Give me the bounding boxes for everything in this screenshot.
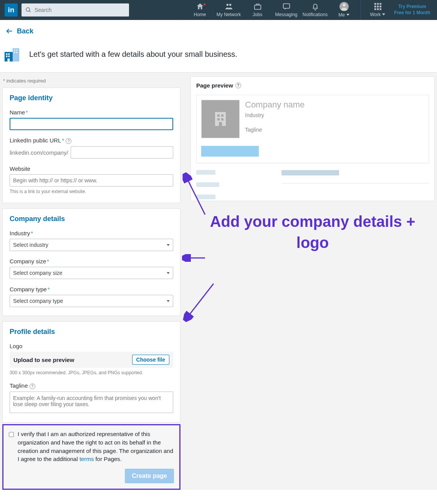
- website-label: Website: [10, 165, 173, 172]
- size-label: Company size*: [10, 258, 173, 264]
- terms-link[interactable]: terms: [79, 456, 94, 462]
- chevron-down-icon: [382, 13, 385, 15]
- url-input[interactable]: [71, 146, 173, 159]
- main-area: * indicates required Page identity Name*…: [0, 73, 437, 490]
- search-input[interactable]: [35, 7, 115, 13]
- upload-text: Upload to see preview: [13, 357, 74, 363]
- intro-heading: Let's get started with a few details abo…: [29, 50, 237, 59]
- url-prefix: linkedin.com/company/: [10, 149, 68, 156]
- search-box[interactable]: [22, 3, 129, 17]
- back-link[interactable]: Back: [0, 20, 437, 42]
- preview-tagline: Tagline: [245, 127, 305, 133]
- preview-logo-placeholder: [201, 100, 240, 138]
- company-details-heading: Company details: [10, 215, 173, 223]
- svg-point-2: [226, 3, 228, 6]
- svg-rect-29: [217, 118, 220, 121]
- preview-body: Company name Industry Tagline: [196, 95, 429, 163]
- annotation-text: Add your company details + logo: [190, 201, 435, 263]
- verify-box: I verify that I am an authorized represe…: [2, 424, 180, 490]
- home-icon: [195, 2, 205, 11]
- annotation-arrow-icon: [182, 254, 209, 262]
- svg-rect-21: [13, 48, 19, 62]
- message-icon: [282, 2, 291, 11]
- nav-work[interactable]: Work: [363, 2, 392, 18]
- annotation-arrow-icon: [183, 280, 217, 322]
- premium-link[interactable]: Try Premium Free for 1 Month: [392, 4, 432, 16]
- briefcase-icon: [253, 2, 262, 11]
- nav-me[interactable]: Me: [329, 2, 358, 18]
- choose-file-button[interactable]: Choose file: [132, 355, 169, 365]
- grid-icon: [374, 2, 382, 11]
- svg-rect-20: [8, 59, 10, 62]
- help-icon[interactable]: ?: [235, 83, 241, 88]
- nav-messaging[interactable]: Messaging: [272, 2, 301, 18]
- create-page-button[interactable]: Create page: [125, 469, 174, 483]
- type-label: Company type*: [10, 286, 173, 292]
- premium-line2: Free for 1 Month: [392, 10, 432, 16]
- nav-messaging-label: Messaging: [275, 12, 297, 18]
- svg-rect-31: [219, 122, 222, 126]
- nav-notifications[interactable]: Notifications: [301, 2, 329, 18]
- verify-text: I verify that I am an authorized represe…: [18, 430, 174, 463]
- top-nav: in Home My Network Jobs Messaging Notifi…: [0, 0, 437, 20]
- linkedin-logo[interactable]: in: [5, 3, 18, 17]
- avatar-icon: [339, 2, 349, 11]
- type-select[interactable]: Select company type: [10, 295, 173, 307]
- logo-upload-row: Upload to see preview Choose file: [10, 352, 173, 368]
- website-input[interactable]: [10, 174, 173, 187]
- size-select[interactable]: Select company size: [10, 267, 173, 279]
- nav-home[interactable]: Home: [185, 2, 214, 18]
- svg-point-3: [229, 3, 231, 6]
- svg-rect-17: [8, 53, 10, 55]
- arrow-left-icon: [5, 27, 14, 35]
- intro-row: Let's get started with a few details abo…: [0, 42, 437, 73]
- nav-notifications-label: Notifications: [303, 12, 328, 18]
- nav-network-label: My Network: [217, 12, 241, 18]
- required-note: * indicates required: [2, 76, 180, 88]
- svg-rect-19: [8, 56, 10, 57]
- tagline-label: Tagline ?: [10, 382, 173, 389]
- nav-jobs[interactable]: Jobs: [243, 2, 272, 18]
- svg-rect-12: [374, 8, 376, 10]
- help-icon[interactable]: ?: [66, 138, 71, 144]
- svg-rect-8: [379, 3, 381, 5]
- nav-network[interactable]: My Network: [214, 2, 243, 18]
- preview-button-placeholder: [201, 146, 259, 157]
- network-icon: [224, 2, 233, 11]
- svg-rect-25: [17, 52, 18, 53]
- website-helper: This is a link to your external website.: [10, 189, 173, 194]
- svg-rect-10: [377, 5, 379, 7]
- tagline-input[interactable]: [10, 392, 173, 413]
- svg-rect-28: [221, 114, 223, 117]
- profile-details-heading: Profile details: [10, 328, 173, 336]
- page-identity-heading: Page identity: [10, 94, 173, 102]
- chevron-down-icon: [346, 14, 349, 16]
- company-details-card: Company details Industry* Select industr…: [2, 208, 180, 316]
- svg-rect-5: [283, 3, 290, 8]
- svg-rect-18: [6, 56, 8, 57]
- back-label: Back: [17, 27, 33, 35]
- svg-rect-22: [14, 50, 15, 51]
- svg-rect-30: [221, 118, 223, 121]
- name-label: Name*: [10, 109, 173, 116]
- svg-rect-9: [374, 5, 376, 7]
- preview-industry: Industry: [245, 112, 305, 118]
- nav-separator: [361, 0, 361, 20]
- verify-checkbox[interactable]: [9, 431, 14, 438]
- building-icon: [3, 45, 21, 63]
- svg-rect-23: [17, 50, 18, 51]
- left-column: * indicates required Page identity Name*…: [2, 76, 180, 490]
- svg-rect-14: [379, 8, 381, 10]
- industry-select[interactable]: Select industry: [10, 239, 173, 251]
- nav-home-label: Home: [194, 12, 206, 18]
- help-icon[interactable]: ?: [30, 383, 35, 389]
- preview-skeleton: [196, 170, 429, 199]
- logo-helper: 300 x 300px recommended. JPGs, JPEGs, an…: [10, 370, 173, 375]
- svg-rect-16: [6, 53, 8, 55]
- search-icon: [25, 7, 31, 13]
- svg-rect-11: [379, 5, 381, 7]
- annotation-arrow-icon: [182, 172, 209, 218]
- name-input[interactable]: [10, 118, 173, 130]
- svg-rect-7: [377, 3, 379, 5]
- preview-company-name: Company name: [245, 100, 305, 110]
